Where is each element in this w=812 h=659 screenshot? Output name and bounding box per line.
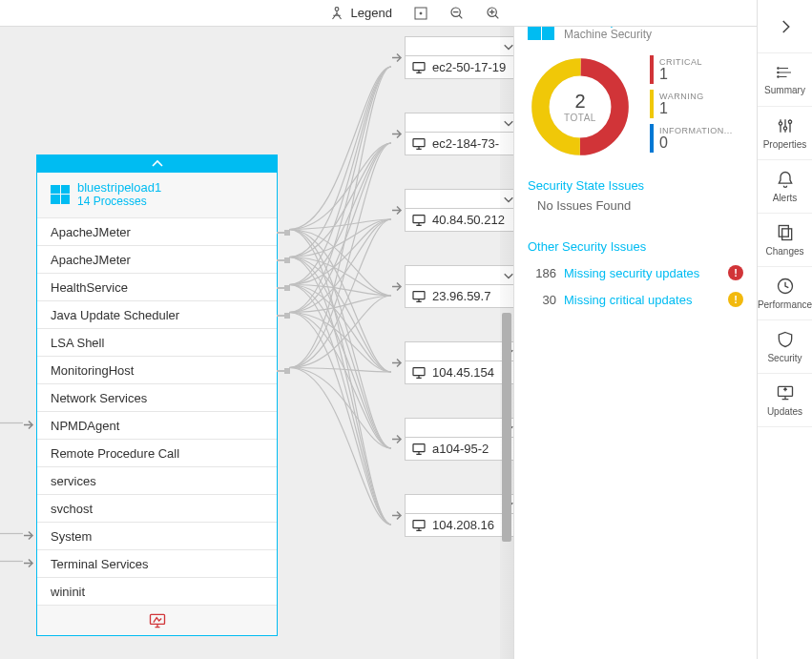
process-item[interactable]: LSA Shell: [37, 328, 277, 356]
sidebar-tab-label: Alerts: [773, 193, 798, 203]
process-item[interactable]: ApacheJMeter: [37, 217, 277, 245]
svg-point-16: [777, 68, 779, 70]
donut-total-label: TOTAL: [564, 113, 596, 123]
scrollbar-thumb[interactable]: [502, 313, 511, 542]
inbound-arrow-icon: [392, 127, 404, 141]
zoom-out-icon: [449, 6, 465, 21]
sidebar-tab-icon: [776, 383, 795, 404]
process-item[interactable]: ApacheJMeter: [37, 245, 277, 273]
legend-icon: [328, 5, 345, 22]
svg-rect-22: [779, 226, 788, 237]
canvas-scrollbar[interactable]: [500, 27, 513, 659]
svg-point-17: [777, 72, 779, 73]
legend-button[interactable]: Legend: [323, 5, 398, 22]
inbound-arrow-icon: [24, 412, 35, 440]
svg-point-0: [335, 7, 339, 10]
svg-point-2: [420, 12, 422, 14]
sidebar-tab-label: Performance: [758, 299, 812, 310]
process-item[interactable]: NPMDAgent: [37, 411, 277, 439]
monitor-icon: [411, 366, 427, 380]
sidebar-tab-performance[interactable]: Performance: [758, 267, 812, 320]
expand-panel-button[interactable]: [758, 0, 812, 53]
sidebar-tab-icon: [776, 277, 795, 298]
security-issue-row[interactable]: 186Missing security updates!: [528, 259, 743, 286]
remote-node-label: a104-95-2: [432, 442, 489, 456]
machine-node[interactable]: bluestripeload1 14 Processes ApacheJMete…: [36, 154, 278, 636]
machine-name: bluestripeload1: [77, 180, 161, 195]
monitor-icon: [411, 443, 427, 456]
security-issue-row[interactable]: 30Missing critical updates!: [528, 286, 743, 313]
fit-to-screen-button[interactable]: [407, 0, 434, 27]
monitor-icon: [411, 214, 427, 227]
issue-count: 30: [528, 293, 556, 307]
outbound-connector: [277, 287, 288, 289]
details-panel: bluestripeload1 Machine Security 2 TOTAL…: [513, 0, 757, 659]
sidebar-tab-label: Changes: [765, 246, 803, 257]
sidebar-tab-security[interactable]: Security: [758, 320, 812, 374]
panel-subtitle: Machine Security: [564, 28, 661, 41]
svg-point-20: [783, 127, 786, 130]
process-item[interactable]: MonitoringHost: [37, 356, 277, 383]
svg-point-19: [779, 122, 781, 125]
inbound-arrow-icon: [392, 508, 404, 523]
collapse-button[interactable]: [37, 155, 277, 173]
zoom-out-button[interactable]: [444, 0, 470, 27]
process-item[interactable]: HealthService: [37, 273, 277, 300]
severity-information: INFORMATION...0: [650, 124, 743, 153]
sidebar-tab-changes[interactable]: Changes: [758, 214, 812, 267]
inbound-arrow-icon: [24, 550, 35, 578]
svg-point-21: [788, 120, 791, 123]
severity-badge: !: [728, 265, 743, 280]
monitor-icon: [411, 519, 427, 532]
svg-rect-9: [413, 291, 425, 299]
process-item[interactable]: Terminal Services: [37, 549, 277, 577]
process-item[interactable]: Remote Procedure Call: [37, 439, 277, 466]
sidebar-tab-updates[interactable]: Updates: [758, 374, 812, 427]
sidebar-tab-properties[interactable]: Properties: [758, 107, 812, 160]
process-item[interactable]: svchost: [37, 494, 277, 522]
process-item[interactable]: wininit: [37, 577, 277, 605]
machine-header: bluestripeload1 14 Processes: [37, 173, 277, 217]
chevron-right-icon: [777, 18, 794, 35]
fit-icon: [413, 6, 428, 21]
svg-rect-7: [413, 138, 425, 146]
machine-subtitle: 14 Processes: [77, 195, 161, 208]
remote-node-label: 104.208.16: [432, 518, 494, 532]
inbound-arrow-icon: [392, 51, 404, 65]
sidebar-tab-icon: [776, 116, 795, 137]
monitor-icon: [411, 290, 427, 303]
issue-count: 186: [528, 266, 556, 280]
state-issues-none: No Issues Found: [537, 198, 743, 213]
sidebar-tab-alerts[interactable]: Alerts: [758, 160, 812, 214]
remote-node-label: ec2-184-73-: [432, 136, 499, 151]
svg-rect-23: [781, 229, 791, 240]
monitor-icon: [411, 137, 427, 151]
issue-text: Missing critical updates: [564, 293, 720, 307]
inbound-arrow-icon: [392, 356, 404, 370]
sidebar-tab-icon: [776, 223, 795, 244]
inbound-arrow-icon: [24, 523, 35, 550]
inbound-arrow-icon: [392, 203, 404, 217]
dependency-map-canvas[interactable]: Legend bluestripeload1 14 Processes Apac…: [0, 0, 812, 659]
details-sidebar: SummaryPropertiesAlertsChangesPerformanc…: [757, 0, 812, 659]
map-toolbar: Legend: [0, 0, 812, 27]
svg-point-18: [777, 76, 779, 78]
zoom-in-button[interactable]: [480, 0, 507, 27]
sidebar-tab-summary[interactable]: Summary: [758, 53, 812, 107]
sidebar-tab-label: Summary: [764, 85, 805, 95]
process-item[interactable]: System: [37, 522, 277, 549]
sidebar-tab-label: Updates: [767, 406, 802, 417]
outbound-connector: [277, 259, 288, 261]
outbound-connector: [277, 232, 288, 234]
chevron-up-icon: [151, 159, 164, 169]
outbound-connector: [277, 370, 288, 372]
process-item[interactable]: Network Services: [37, 383, 277, 411]
process-item[interactable]: Java Update Scheduler: [37, 300, 277, 328]
zoom-in-icon: [486, 6, 501, 21]
process-item[interactable]: services: [37, 466, 277, 494]
svg-rect-8: [413, 215, 425, 222]
svg-rect-11: [413, 443, 425, 451]
severity-warning: WARNING1: [650, 90, 743, 118]
sidebar-tab-label: Properties: [763, 139, 807, 150]
svg-rect-12: [413, 520, 425, 527]
